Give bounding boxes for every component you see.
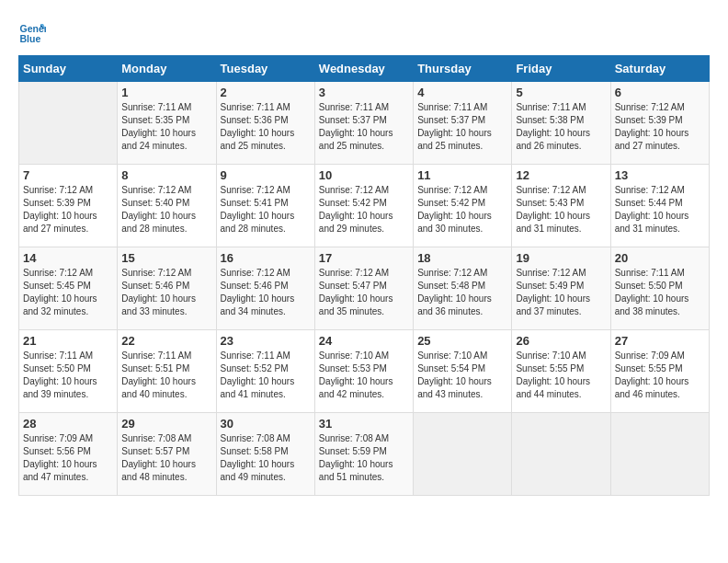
day-number: 17 <box>319 251 409 265</box>
day-number: 18 <box>417 251 507 265</box>
calendar-cell: 18Sunrise: 7:12 AM Sunset: 5:48 PM Dayli… <box>414 247 512 330</box>
calendar-cell <box>19 82 118 165</box>
day-info: Sunrise: 7:12 AM Sunset: 5:41 PM Dayligh… <box>221 184 311 236</box>
calendar-cell: 14Sunrise: 7:12 AM Sunset: 5:45 PM Dayli… <box>19 247 118 330</box>
day-info: Sunrise: 7:10 AM Sunset: 5:53 PM Dayligh… <box>319 350 409 401</box>
day-number: 30 <box>221 417 311 431</box>
day-info: Sunrise: 7:11 AM Sunset: 5:51 PM Dayligh… <box>121 350 211 401</box>
calendar-cell <box>610 413 709 496</box>
calendar-table: SundayMondayTuesdayWednesdayThursdayFrid… <box>18 55 710 496</box>
day-number: 28 <box>23 417 113 431</box>
day-info: Sunrise: 7:11 AM Sunset: 5:37 PM Dayligh… <box>319 101 409 153</box>
day-info: Sunrise: 7:12 AM Sunset: 5:42 PM Dayligh… <box>319 184 409 236</box>
day-info: Sunrise: 7:11 AM Sunset: 5:38 PM Dayligh… <box>516 101 606 153</box>
svg-text:Blue: Blue <box>20 33 41 44</box>
day-info: Sunrise: 7:12 AM Sunset: 5:47 PM Dayligh… <box>319 267 409 318</box>
logo: General Blue <box>18 18 50 46</box>
day-info: Sunrise: 7:12 AM Sunset: 5:42 PM Dayligh… <box>417 184 507 236</box>
day-info: Sunrise: 7:09 AM Sunset: 5:55 PM Dayligh… <box>615 350 705 401</box>
calendar-cell: 22Sunrise: 7:11 AM Sunset: 5:51 PM Dayli… <box>118 330 216 413</box>
day-number: 26 <box>516 334 606 348</box>
day-info: Sunrise: 7:12 AM Sunset: 5:43 PM Dayligh… <box>516 184 606 236</box>
day-info: Sunrise: 7:12 AM Sunset: 5:39 PM Dayligh… <box>23 184 113 236</box>
day-info: Sunrise: 7:12 AM Sunset: 5:46 PM Dayligh… <box>221 267 311 318</box>
calendar-cell: 28Sunrise: 7:09 AM Sunset: 5:56 PM Dayli… <box>19 413 118 496</box>
calendar-cell: 30Sunrise: 7:08 AM Sunset: 5:58 PM Dayli… <box>216 413 314 496</box>
day-number: 10 <box>319 168 409 182</box>
day-info: Sunrise: 7:12 AM Sunset: 5:45 PM Dayligh… <box>23 267 113 318</box>
calendar-week-row: 1Sunrise: 7:11 AM Sunset: 5:35 PM Daylig… <box>19 82 710 165</box>
day-info: Sunrise: 7:09 AM Sunset: 5:56 PM Dayligh… <box>23 432 113 484</box>
page-header: General Blue <box>18 18 710 46</box>
weekday-header: Wednesday <box>314 56 413 82</box>
calendar-cell: 7Sunrise: 7:12 AM Sunset: 5:39 PM Daylig… <box>19 165 118 247</box>
day-number: 3 <box>319 86 409 99</box>
calendar-week-row: 14Sunrise: 7:12 AM Sunset: 5:45 PM Dayli… <box>19 247 710 330</box>
calendar-cell: 2Sunrise: 7:11 AM Sunset: 5:36 PM Daylig… <box>216 82 314 165</box>
day-number: 25 <box>417 334 507 348</box>
day-info: Sunrise: 7:11 AM Sunset: 5:52 PM Dayligh… <box>221 350 311 401</box>
day-info: Sunrise: 7:08 AM Sunset: 5:57 PM Dayligh… <box>121 432 211 484</box>
day-number: 19 <box>516 251 606 265</box>
day-number: 21 <box>23 334 113 348</box>
day-info: Sunrise: 7:11 AM Sunset: 5:50 PM Dayligh… <box>615 267 705 318</box>
day-number: 31 <box>319 417 409 431</box>
calendar-cell: 8Sunrise: 7:12 AM Sunset: 5:40 PM Daylig… <box>118 165 216 247</box>
calendar-cell: 4Sunrise: 7:11 AM Sunset: 5:37 PM Daylig… <box>414 82 512 165</box>
calendar-cell: 26Sunrise: 7:10 AM Sunset: 5:55 PM Dayli… <box>512 330 610 413</box>
weekday-header: Sunday <box>19 56 118 82</box>
day-number: 1 <box>121 86 211 99</box>
calendar-cell: 13Sunrise: 7:12 AM Sunset: 5:44 PM Dayli… <box>610 165 709 247</box>
day-number: 29 <box>121 417 211 431</box>
calendar-cell: 31Sunrise: 7:08 AM Sunset: 5:59 PM Dayli… <box>314 413 413 496</box>
calendar-cell: 23Sunrise: 7:11 AM Sunset: 5:52 PM Dayli… <box>216 330 314 413</box>
day-number: 12 <box>516 168 606 182</box>
day-info: Sunrise: 7:08 AM Sunset: 5:58 PM Dayligh… <box>221 432 311 484</box>
day-info: Sunrise: 7:08 AM Sunset: 5:59 PM Dayligh… <box>319 432 409 484</box>
day-number: 8 <box>121 168 211 182</box>
day-number: 2 <box>221 86 311 99</box>
calendar-cell: 25Sunrise: 7:10 AM Sunset: 5:54 PM Dayli… <box>414 330 512 413</box>
calendar-cell: 15Sunrise: 7:12 AM Sunset: 5:46 PM Dayli… <box>118 247 216 330</box>
calendar-cell: 19Sunrise: 7:12 AM Sunset: 5:49 PM Dayli… <box>512 247 610 330</box>
day-number: 4 <box>417 86 507 99</box>
day-number: 15 <box>121 251 211 265</box>
day-number: 7 <box>23 168 113 182</box>
day-number: 9 <box>221 168 311 182</box>
day-info: Sunrise: 7:12 AM Sunset: 5:40 PM Dayligh… <box>121 184 211 236</box>
calendar-cell: 10Sunrise: 7:12 AM Sunset: 5:42 PM Dayli… <box>314 165 413 247</box>
calendar-week-row: 28Sunrise: 7:09 AM Sunset: 5:56 PM Dayli… <box>19 413 710 496</box>
calendar-cell <box>512 413 610 496</box>
day-info: Sunrise: 7:10 AM Sunset: 5:55 PM Dayligh… <box>516 350 606 401</box>
weekday-header: Monday <box>118 56 216 82</box>
calendar-cell: 17Sunrise: 7:12 AM Sunset: 5:47 PM Dayli… <box>314 247 413 330</box>
calendar-cell: 29Sunrise: 7:08 AM Sunset: 5:57 PM Dayli… <box>118 413 216 496</box>
day-info: Sunrise: 7:12 AM Sunset: 5:39 PM Dayligh… <box>615 101 705 153</box>
day-number: 16 <box>221 251 311 265</box>
day-info: Sunrise: 7:10 AM Sunset: 5:54 PM Dayligh… <box>417 350 507 401</box>
weekday-header: Saturday <box>610 56 709 82</box>
day-number: 22 <box>121 334 211 348</box>
calendar-cell: 21Sunrise: 7:11 AM Sunset: 5:50 PM Dayli… <box>19 330 118 413</box>
calendar-cell: 11Sunrise: 7:12 AM Sunset: 5:42 PM Dayli… <box>414 165 512 247</box>
calendar-cell: 5Sunrise: 7:11 AM Sunset: 5:38 PM Daylig… <box>512 82 610 165</box>
weekday-header: Friday <box>512 56 610 82</box>
day-number: 23 <box>221 334 311 348</box>
day-info: Sunrise: 7:12 AM Sunset: 5:49 PM Dayligh… <box>516 267 606 318</box>
calendar-cell: 27Sunrise: 7:09 AM Sunset: 5:55 PM Dayli… <box>610 330 709 413</box>
day-number: 14 <box>23 251 113 265</box>
day-number: 20 <box>615 251 705 265</box>
day-number: 24 <box>319 334 409 348</box>
day-info: Sunrise: 7:11 AM Sunset: 5:36 PM Dayligh… <box>221 101 311 153</box>
day-info: Sunrise: 7:11 AM Sunset: 5:35 PM Dayligh… <box>121 101 211 153</box>
day-number: 5 <box>516 86 606 99</box>
weekday-header: Thursday <box>414 56 512 82</box>
calendar-cell: 3Sunrise: 7:11 AM Sunset: 5:37 PM Daylig… <box>314 82 413 165</box>
calendar-cell <box>414 413 512 496</box>
calendar-cell: 20Sunrise: 7:11 AM Sunset: 5:50 PM Dayli… <box>610 247 709 330</box>
calendar-week-row: 7Sunrise: 7:12 AM Sunset: 5:39 PM Daylig… <box>19 165 710 247</box>
calendar-cell: 6Sunrise: 7:12 AM Sunset: 5:39 PM Daylig… <box>610 82 709 165</box>
day-number: 27 <box>615 334 705 348</box>
day-info: Sunrise: 7:11 AM Sunset: 5:37 PM Dayligh… <box>417 101 507 153</box>
day-info: Sunrise: 7:12 AM Sunset: 5:48 PM Dayligh… <box>417 267 507 318</box>
